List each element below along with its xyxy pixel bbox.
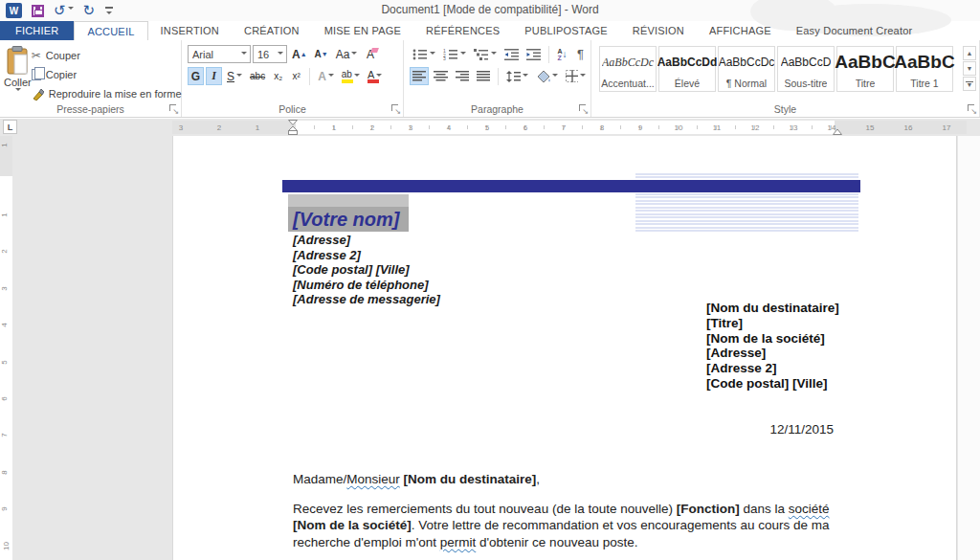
tab-r-f-rences[interactable]: RÉFÉRENCES	[413, 21, 512, 40]
grow-font-button[interactable]: A▲	[289, 45, 310, 63]
subscript-button[interactable]: x₂	[270, 67, 286, 85]
format-painter-button[interactable]: Reproduire la mise en forme	[32, 86, 182, 101]
sender-line[interactable]: [Adresse de messagerie]	[293, 292, 440, 307]
body-paragraph[interactable]: Recevez les remerciements du tout nouvea…	[293, 501, 840, 550]
align-left-button[interactable]	[410, 67, 429, 85]
recipient-line[interactable]: [Titre]	[706, 316, 839, 331]
ruler-number: 10	[675, 123, 683, 132]
superscript-button[interactable]: x²	[288, 67, 304, 85]
body-placeholder-fonction: [Fonction]	[677, 502, 740, 516]
style-card-titre-1[interactable]: AaBbCTitre 1	[896, 46, 953, 92]
style-card-accentuat-[interactable]: AaBbCcDcAccentuat...	[599, 46, 657, 92]
italic-button[interactable]: I	[206, 67, 222, 85]
your-name-placeholder[interactable]: [Votre nom]	[288, 207, 409, 232]
horizontal-ruler[interactable]: 3211234567891011121314151617	[172, 121, 967, 134]
sort-button[interactable]: AZ↓	[554, 45, 570, 63]
recipient-line[interactable]: [Code postal] [Ville]	[706, 376, 839, 392]
sender-line[interactable]: [Adresse 2]	[293, 248, 440, 263]
salutation-line[interactable]: Madame/Monsieur [Nom du destinataire],	[293, 472, 540, 486]
ruler-number: 9	[0, 506, 9, 510]
highlight-button[interactable]: ab	[339, 67, 363, 85]
numbering-button[interactable]: 123	[440, 45, 469, 63]
cut-button[interactable]: ✂ Couper	[32, 48, 182, 63]
bold-button[interactable]: G	[188, 67, 204, 85]
recipient-line[interactable]: [Nom du destinataire]	[706, 301, 839, 316]
tab-mise-en-page[interactable]: MISE EN PAGE	[312, 21, 413, 40]
show-marks-button[interactable]: ¶	[572, 45, 589, 63]
multilevel-list-button[interactable]	[471, 45, 500, 63]
style-label: Accentuat...	[601, 78, 654, 89]
chevron-down-icon	[236, 74, 242, 79]
ruler-number: 1	[332, 123, 336, 132]
recipient-line[interactable]: [Adresse]	[706, 346, 839, 361]
style-label: Titre 1	[910, 78, 938, 89]
ruler-number: 2	[0, 250, 9, 254]
tab-easy-document-creator[interactable]: Easy Document Creator	[784, 21, 925, 40]
dialog-launcher-icon[interactable]	[967, 103, 977, 114]
paste-button[interactable]: Coller	[4, 44, 32, 101]
sender-line[interactable]: [Numéro de téléphone]	[293, 278, 440, 293]
underline-button[interactable]: S	[224, 67, 245, 85]
navy-divider-bar[interactable]	[282, 180, 860, 192]
text-effects-button[interactable]: A	[315, 67, 337, 85]
decrease-indent-button[interactable]	[501, 45, 522, 63]
gallery-up-button[interactable]: ▲	[963, 46, 976, 60]
document-page[interactable]: [Votre nom] [Adresse][Adresse 2][Code po…	[172, 136, 957, 560]
shrink-font-button[interactable]: A▼	[312, 45, 331, 63]
indent-markers[interactable]	[288, 120, 298, 137]
vertical-ruler[interactable]: 112345678910	[0, 136, 12, 560]
copy-button[interactable]: Copier	[32, 67, 182, 82]
title-bar: W ↺ ↻ Document1 [Mode de compatibilité] …	[0, 0, 980, 21]
sender-address-block[interactable]: [Adresse][Adresse 2][Code postal] [Ville…	[293, 233, 440, 307]
chevron-down-icon	[552, 74, 558, 79]
dialog-launcher-icon[interactable]	[168, 103, 179, 114]
tab-r-vision[interactable]: RÉVISION	[620, 21, 697, 40]
underline-icon: S	[227, 70, 234, 83]
copy-icon	[32, 69, 41, 80]
dialog-launcher-icon[interactable]	[578, 103, 589, 114]
style-card-sous-titre[interactable]: AaBbCcDSous-titre	[777, 46, 835, 92]
gallery-down-button[interactable]: ▼	[963, 61, 976, 76]
ruler-number: 5	[485, 123, 489, 132]
strikethrough-button[interactable]: abc	[247, 67, 268, 85]
change-case-icon: Aa	[336, 48, 350, 61]
align-center-button[interactable]	[431, 67, 450, 85]
clear-formatting-button[interactable]: A	[362, 45, 378, 63]
style-card-titre[interactable]: AaBbCTitre	[836, 46, 894, 92]
borders-button[interactable]	[563, 67, 589, 85]
tab-publipostage[interactable]: PUBLIPOSTAGE	[512, 21, 620, 40]
gallery-more-button[interactable]: ▼	[963, 77, 976, 91]
separator	[498, 68, 499, 85]
change-case-button[interactable]: Aa	[333, 45, 361, 63]
font-size-combo[interactable]: 16	[253, 45, 287, 63]
recipient-address-block[interactable]: [Nom du destinataire][Titre][Nom de la s…	[706, 301, 839, 392]
dialog-launcher-icon[interactable]	[390, 103, 401, 114]
recipient-line[interactable]: [Nom de la société]	[706, 331, 839, 347]
tab-fichier[interactable]: FICHIER	[0, 21, 74, 40]
salutation-placeholder: [Nom du destinataire]	[404, 472, 537, 486]
font-color-button[interactable]: A	[365, 67, 385, 85]
tab-selector[interactable]: L	[3, 120, 17, 134]
date-line[interactable]: 12/11/2015	[556, 422, 834, 437]
ruler-row: L 3211234567891011121314151617	[0, 119, 980, 136]
recipient-line[interactable]: [Adresse 2]	[706, 361, 839, 376]
tab-cr-ation[interactable]: CRÉATION	[232, 21, 312, 40]
style-card--normal[interactable]: AaBbCcDc¶ Normal	[718, 46, 775, 92]
tab-insertion[interactable]: INSERTION	[148, 21, 233, 40]
eraser-icon	[371, 48, 380, 53]
font-family-combo[interactable]: Arial	[188, 45, 251, 63]
tab-affichage[interactable]: AFFICHAGE	[697, 21, 784, 40]
shading-button[interactable]	[533, 67, 561, 85]
scrollbar[interactable]	[957, 136, 980, 560]
ruler-number: 14	[828, 123, 836, 132]
align-right-button[interactable]	[453, 67, 472, 85]
ruler-number: 6	[523, 123, 527, 132]
line-spacing-button[interactable]	[503, 67, 531, 85]
sender-line[interactable]: [Adresse]	[293, 233, 440, 248]
style-card--lev-[interactable]: AaBbCcDdÉlevé	[658, 46, 716, 92]
justify-button[interactable]	[474, 67, 493, 85]
bullets-button[interactable]	[410, 45, 438, 63]
tab-accueil[interactable]: ACCUEIL	[74, 21, 147, 40]
increase-indent-button[interactable]	[523, 45, 544, 63]
sender-line[interactable]: [Code postal] [Ville]	[293, 262, 440, 278]
